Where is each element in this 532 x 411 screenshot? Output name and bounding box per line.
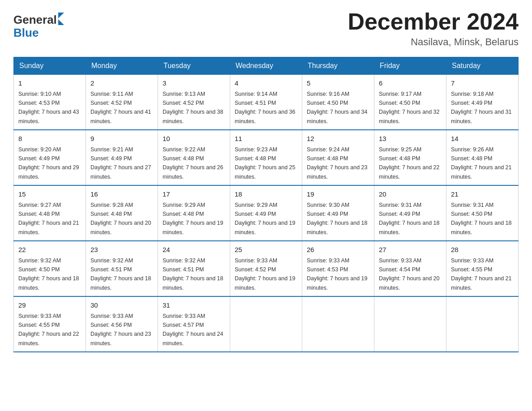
- calendar-cell: 21 Sunrise: 9:31 AMSunset: 4:50 PMDaylig…: [446, 185, 519, 241]
- day-info: Sunrise: 9:33 AMSunset: 4:55 PMDaylight:…: [18, 313, 79, 347]
- calendar-cell: 10 Sunrise: 9:22 AMSunset: 4:48 PMDaylig…: [158, 130, 230, 185]
- calendar-week-row: 22 Sunrise: 9:32 AMSunset: 4:50 PMDaylig…: [14, 241, 519, 296]
- day-info: Sunrise: 9:32 AMSunset: 4:50 PMDaylight:…: [18, 257, 79, 291]
- calendar-cell: 25 Sunrise: 9:33 AMSunset: 4:52 PMDaylig…: [230, 241, 302, 296]
- day-info: Sunrise: 9:23 AMSunset: 4:48 PMDaylight:…: [235, 146, 296, 180]
- logo-blue-text: Blue: [13, 26, 64, 39]
- day-info: Sunrise: 9:22 AMSunset: 4:48 PMDaylight:…: [163, 146, 223, 180]
- day-info: Sunrise: 9:24 AMSunset: 4:48 PMDaylight:…: [307, 146, 368, 180]
- calendar-cell: [302, 296, 374, 352]
- day-number: 12: [307, 134, 369, 144]
- day-info: Sunrise: 9:26 AMSunset: 4:48 PMDaylight:…: [451, 146, 512, 180]
- calendar-cell: 4 Sunrise: 9:14 AMSunset: 4:51 PMDayligh…: [230, 75, 302, 130]
- day-info: Sunrise: 9:16 AMSunset: 4:50 PMDaylight:…: [307, 91, 368, 124]
- logo: General Blue: [13, 13, 64, 39]
- header-sunday: Sunday: [14, 57, 86, 75]
- day-number: 19: [307, 189, 369, 200]
- day-number: 7: [451, 78, 514, 89]
- day-number: 25: [235, 245, 297, 255]
- calendar-cell: 8 Sunrise: 9:20 AMSunset: 4:49 PMDayligh…: [14, 130, 86, 185]
- day-info: Sunrise: 9:10 AMSunset: 4:53 PMDaylight:…: [18, 91, 79, 124]
- day-info: Sunrise: 9:33 AMSunset: 4:57 PMDaylight:…: [163, 313, 223, 347]
- calendar-week-row: 15 Sunrise: 9:27 AMSunset: 4:48 PMDaylig…: [14, 185, 519, 241]
- calendar-subtitle: Nasilava, Minsk, Belarus: [348, 36, 519, 48]
- header-tuesday: Tuesday: [158, 57, 230, 75]
- day-info: Sunrise: 9:28 AMSunset: 4:48 PMDaylight:…: [90, 202, 151, 235]
- calendar-cell: 20 Sunrise: 9:31 AMSunset: 4:49 PMDaylig…: [374, 185, 446, 241]
- calendar-cell: 27 Sunrise: 9:33 AMSunset: 4:54 PMDaylig…: [374, 241, 446, 296]
- day-info: Sunrise: 9:33 AMSunset: 4:52 PMDaylight:…: [235, 257, 296, 291]
- title-section: December 2024 Nasilava, Minsk, Belarus: [348, 9, 519, 48]
- day-number: 29: [18, 300, 81, 311]
- calendar-cell: 9 Sunrise: 9:21 AMSunset: 4:49 PMDayligh…: [86, 130, 158, 185]
- day-info: Sunrise: 9:14 AMSunset: 4:51 PMDaylight:…: [235, 91, 296, 124]
- day-number: 27: [379, 245, 442, 255]
- calendar-cell: 24 Sunrise: 9:32 AMSunset: 4:51 PMDaylig…: [158, 241, 230, 296]
- day-number: 10: [163, 134, 225, 144]
- day-number: 11: [235, 134, 297, 144]
- calendar-cell: 28 Sunrise: 9:33 AMSunset: 4:55 PMDaylig…: [446, 241, 519, 296]
- day-info: Sunrise: 9:21 AMSunset: 4:49 PMDaylight:…: [90, 146, 151, 180]
- header-monday: Monday: [86, 57, 158, 75]
- day-number: 5: [307, 78, 369, 89]
- header-friday: Friday: [374, 57, 446, 75]
- day-info: Sunrise: 9:29 AMSunset: 4:48 PMDaylight:…: [163, 202, 223, 235]
- calendar-cell: 29 Sunrise: 9:33 AMSunset: 4:55 PMDaylig…: [14, 296, 86, 352]
- day-number: 9: [90, 134, 153, 144]
- day-number: 21: [451, 189, 514, 200]
- calendar-cell: 15 Sunrise: 9:27 AMSunset: 4:48 PMDaylig…: [14, 185, 86, 241]
- calendar-week-row: 8 Sunrise: 9:20 AMSunset: 4:49 PMDayligh…: [14, 130, 519, 185]
- day-number: 22: [18, 245, 81, 255]
- header-wednesday: Wednesday: [230, 57, 302, 75]
- day-number: 6: [379, 78, 442, 89]
- day-number: 2: [90, 78, 153, 89]
- calendar-cell: 11 Sunrise: 9:23 AMSunset: 4:48 PMDaylig…: [230, 130, 302, 185]
- day-info: Sunrise: 9:31 AMSunset: 4:49 PMDaylight:…: [379, 202, 440, 235]
- day-number: 30: [90, 300, 153, 311]
- day-info: Sunrise: 9:17 AMSunset: 4:50 PMDaylight:…: [379, 91, 440, 124]
- day-number: 3: [163, 78, 225, 89]
- day-number: 13: [379, 134, 442, 144]
- calendar-cell: 31 Sunrise: 9:33 AMSunset: 4:57 PMDaylig…: [158, 296, 230, 352]
- day-info: Sunrise: 9:18 AMSunset: 4:49 PMDaylight:…: [451, 91, 512, 124]
- day-info: Sunrise: 9:32 AMSunset: 4:51 PMDaylight:…: [90, 257, 151, 291]
- calendar-header-row: SundayMondayTuesdayWednesdayThursdayFrid…: [14, 57, 519, 75]
- day-info: Sunrise: 9:31 AMSunset: 4:50 PMDaylight:…: [451, 202, 512, 235]
- day-number: 4: [235, 78, 297, 89]
- calendar-cell: 3 Sunrise: 9:13 AMSunset: 4:52 PMDayligh…: [158, 75, 230, 130]
- day-info: Sunrise: 9:13 AMSunset: 4:52 PMDaylight:…: [163, 91, 223, 124]
- logo-general-text: General: [13, 13, 57, 26]
- calendar-cell: 19 Sunrise: 9:30 AMSunset: 4:49 PMDaylig…: [302, 185, 374, 241]
- day-info: Sunrise: 9:20 AMSunset: 4:49 PMDaylight:…: [18, 146, 79, 180]
- calendar-cell: 18 Sunrise: 9:29 AMSunset: 4:49 PMDaylig…: [230, 185, 302, 241]
- day-info: Sunrise: 9:29 AMSunset: 4:49 PMDaylight:…: [235, 202, 296, 235]
- calendar-cell: 23 Sunrise: 9:32 AMSunset: 4:51 PMDaylig…: [86, 241, 158, 296]
- day-number: 18: [235, 189, 297, 200]
- day-info: Sunrise: 9:33 AMSunset: 4:53 PMDaylight:…: [307, 257, 368, 291]
- day-number: 23: [90, 245, 153, 255]
- day-info: Sunrise: 9:33 AMSunset: 4:54 PMDaylight:…: [379, 257, 440, 291]
- calendar-cell: 14 Sunrise: 9:26 AMSunset: 4:48 PMDaylig…: [446, 130, 519, 185]
- day-number: 28: [451, 245, 514, 255]
- day-number: 16: [90, 189, 153, 200]
- day-number: 14: [451, 134, 514, 144]
- calendar-cell: 17 Sunrise: 9:29 AMSunset: 4:48 PMDaylig…: [158, 185, 230, 241]
- day-info: Sunrise: 9:32 AMSunset: 4:51 PMDaylight:…: [163, 257, 223, 291]
- calendar-cell: 12 Sunrise: 9:24 AMSunset: 4:48 PMDaylig…: [302, 130, 374, 185]
- day-number: 20: [379, 189, 442, 200]
- calendar-week-row: 1 Sunrise: 9:10 AMSunset: 4:53 PMDayligh…: [14, 75, 519, 130]
- day-number: 26: [307, 245, 369, 255]
- day-info: Sunrise: 9:11 AMSunset: 4:52 PMDaylight:…: [90, 91, 151, 124]
- calendar-cell: 30 Sunrise: 9:33 AMSunset: 4:56 PMDaylig…: [86, 296, 158, 352]
- calendar-cell: 22 Sunrise: 9:32 AMSunset: 4:50 PMDaylig…: [14, 241, 86, 296]
- day-info: Sunrise: 9:30 AMSunset: 4:49 PMDaylight:…: [307, 202, 368, 235]
- calendar-cell: [230, 296, 302, 352]
- day-info: Sunrise: 9:33 AMSunset: 4:56 PMDaylight:…: [90, 313, 151, 347]
- calendar-table: SundayMondayTuesdayWednesdayThursdayFrid…: [13, 57, 519, 352]
- page-header: General Blue December 2024 Nasilava, Min…: [13, 9, 519, 48]
- day-info: Sunrise: 9:33 AMSunset: 4:55 PMDaylight:…: [451, 257, 512, 291]
- calendar-cell: 16 Sunrise: 9:28 AMSunset: 4:48 PMDaylig…: [86, 185, 158, 241]
- day-number: 1: [18, 78, 81, 89]
- calendar-cell: 26 Sunrise: 9:33 AMSunset: 4:53 PMDaylig…: [302, 241, 374, 296]
- day-info: Sunrise: 9:27 AMSunset: 4:48 PMDaylight:…: [18, 202, 79, 235]
